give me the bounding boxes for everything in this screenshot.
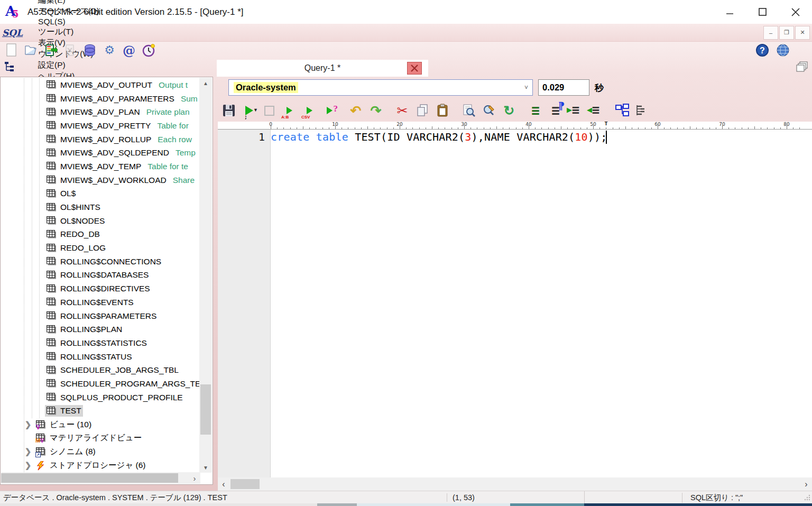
cut-icon[interactable]: ✂ — [393, 102, 411, 119]
scrollbar-thumb[interactable] — [1, 473, 178, 483]
history-icon[interactable] — [141, 42, 156, 58]
maximize-button[interactable] — [746, 0, 779, 24]
tree-item-table[interactable]: ROLLING$DATABASES — [1, 269, 200, 282]
tree-item-table[interactable]: SCHEDULER_PROGRAM_ARGS_TE — [1, 377, 200, 391]
sql-text-area[interactable]: 1 create table TEST(ID VARCHAR2(3),NAME … — [218, 130, 812, 477]
tree-item-table[interactable]: REDO_DB — [1, 228, 200, 242]
close-button[interactable] — [779, 0, 812, 24]
copy-icon[interactable] — [413, 102, 431, 119]
tree-item-table[interactable]: REDO_LOG — [1, 241, 200, 255]
tree-item-table[interactable]: TEST — [1, 404, 200, 418]
settings-gear-icon[interactable]: ⚙ — [102, 42, 117, 58]
connect-database-icon[interactable] — [43, 42, 59, 58]
refresh-icon[interactable]: ↻ — [500, 102, 518, 119]
menu-item-4[interactable]: ツール(T) — [30, 26, 107, 38]
chevron-down-icon[interactable]: ˅ — [524, 84, 528, 91]
database-selector[interactable]: Oracle-system ˅ — [228, 79, 533, 96]
mdi-close-button[interactable]: ✕ — [795, 26, 810, 40]
menu-item-1[interactable]: 編集(E) — [30, 0, 107, 6]
new-document-icon[interactable] — [4, 42, 20, 58]
help-icon[interactable]: ? — [754, 42, 770, 58]
tree-horizontal-scrollbar[interactable]: › — [1, 472, 200, 484]
menu-item-2[interactable]: データベース(D) — [30, 6, 107, 17]
open-folder-icon[interactable] — [23, 42, 39, 58]
chevron-right-icon[interactable]: ❯ — [22, 420, 34, 429]
tree-item-table[interactable]: OL$ — [1, 187, 200, 201]
tab-query-1[interactable]: Query-1 * — [217, 60, 428, 77]
database-icon[interactable] — [82, 42, 98, 58]
redo-icon[interactable]: ↷ — [367, 102, 385, 119]
chevron-right-icon[interactable]: ❯ — [22, 461, 34, 470]
disconnect-database-icon[interactable] — [62, 42, 78, 58]
tree-item-table[interactable]: MVIEW$_ADV_WORKLOADShare — [1, 173, 200, 187]
menu-item-3[interactable]: SQL(S) — [30, 17, 107, 26]
tree-item-table[interactable]: MVIEW$_ADV_SQLDEPENDTemp — [1, 146, 200, 160]
run-csv-icon[interactable]: CSV — [300, 102, 318, 119]
outdent-icon[interactable]: ≡◀ — [587, 102, 605, 119]
sql-logo-icon: SQL — [2, 27, 23, 38]
tree-item-table[interactable]: MVIEW$_ADV_OUTPUTOutput t — [1, 78, 200, 92]
tree-item-table[interactable]: SQLPLUS_PRODUCT_PROFILE — [1, 391, 200, 404]
execution-time-unit: 秒 — [595, 82, 604, 94]
mdi-minimize-button[interactable]: – — [763, 26, 778, 40]
scroll-down-icon[interactable]: ▼ — [199, 462, 212, 473]
table-icon — [47, 230, 58, 239]
web-globe-icon[interactable] — [775, 42, 791, 58]
tree-panel-icon[interactable] — [3, 61, 17, 74]
table-icon — [47, 338, 58, 347]
tree-item-category[interactable]: ❯Vビュー (10) — [1, 418, 200, 431]
er-diagram-icon[interactable] — [613, 102, 631, 119]
tree-item-table[interactable]: MVIEW$_ADV_TEMPTable for te — [1, 160, 200, 173]
tree-item-table[interactable]: ROLLING$DIRECTIVES — [1, 282, 200, 296]
code-segment-number: 10 — [575, 131, 587, 143]
tree-item-table[interactable]: OL$HINTS — [1, 200, 200, 214]
paste-icon[interactable] — [433, 102, 451, 119]
tree-item-table[interactable]: SCHEDULER_JOB_ARGS_TBL — [1, 363, 200, 377]
explain-plan-icon[interactable]: ? — [320, 102, 338, 119]
minimize-button[interactable] — [714, 0, 746, 24]
tree-item-table[interactable]: ROLLING$STATUS — [1, 350, 200, 364]
tree-item-table[interactable]: ROLLING$EVENTS — [1, 296, 200, 309]
outline-icon[interactable] — [633, 102, 651, 119]
execution-time-field[interactable]: 0.029 — [538, 79, 589, 96]
table-icon — [47, 108, 58, 117]
tree-item-table[interactable]: MVIEW$_ADV_PARAMETERSSum — [1, 92, 200, 106]
tree-item-table[interactable]: OL$NODES — [1, 214, 200, 228]
tree-item-table[interactable]: ROLLING$CONNECTIONS — [1, 255, 200, 269]
tree-item-category[interactable]: ❯ストアドプロシージャ (6) — [1, 458, 200, 472]
align-lines-icon[interactable]: ≡ — [527, 102, 545, 119]
scrollbar-thumb[interactable] — [200, 384, 211, 435]
mdi-restore-button[interactable]: ❐ — [779, 26, 794, 40]
replace-icon[interactable] — [480, 102, 498, 119]
tree-vertical-scrollbar[interactable]: ▲ ▼ — [199, 78, 212, 473]
run-icon[interactable]: ▼; — [240, 102, 258, 119]
mail-at-icon[interactable]: @ — [121, 42, 137, 58]
tree-item-table[interactable]: MVIEW$_ADV_PRETTYTable for — [1, 119, 200, 133]
tree-item-category[interactable]: MVマテリアライズドビュー — [1, 431, 200, 445]
find-icon[interactable] — [460, 102, 478, 119]
indent-icon[interactable]: ≡▶ — [567, 102, 585, 119]
chevron-right-icon[interactable]: ❯ — [22, 447, 34, 456]
tree-item-table[interactable]: MVIEW$_ADV_ROLLUPEach row — [1, 133, 200, 146]
editor-horizontal-scrollbar[interactable]: ‹ › — [218, 477, 812, 491]
run-range-icon[interactable]: A:B — [280, 102, 298, 119]
stop-icon[interactable] — [260, 102, 278, 119]
undo-icon[interactable]: ↶ — [347, 102, 365, 119]
scrollbar-thumb[interactable] — [230, 479, 260, 489]
save-icon[interactable] — [220, 102, 238, 119]
tab-close-icon[interactable] — [407, 62, 422, 75]
code-segment-plain: TEST(ID VARCHAR2( — [355, 131, 465, 143]
tree-item-table[interactable]: ROLLING$STATISTICS — [1, 336, 200, 350]
tree-item-table[interactable]: MVIEW$_ADV_PLANPrivate plan — [1, 105, 200, 119]
line-number: 1 — [259, 131, 265, 143]
format-sql-icon[interactable]: ≡⁋ — [547, 102, 565, 119]
scroll-left-icon[interactable]: ‹ — [218, 477, 229, 491]
tree-item-table[interactable]: ROLLING$PLAN — [1, 323, 200, 336]
scroll-up-icon[interactable]: ▲ — [199, 78, 212, 88]
cascade-windows-icon[interactable] — [795, 61, 809, 74]
scroll-right-icon[interactable]: › — [189, 472, 200, 484]
tree-item-category[interactable]: ❯↗シノニム (8) — [1, 445, 200, 459]
scroll-right-icon[interactable]: › — [800, 477, 812, 491]
table-icon — [47, 284, 58, 293]
tree-item-table[interactable]: ROLLING$PARAMETERS — [1, 309, 200, 323]
